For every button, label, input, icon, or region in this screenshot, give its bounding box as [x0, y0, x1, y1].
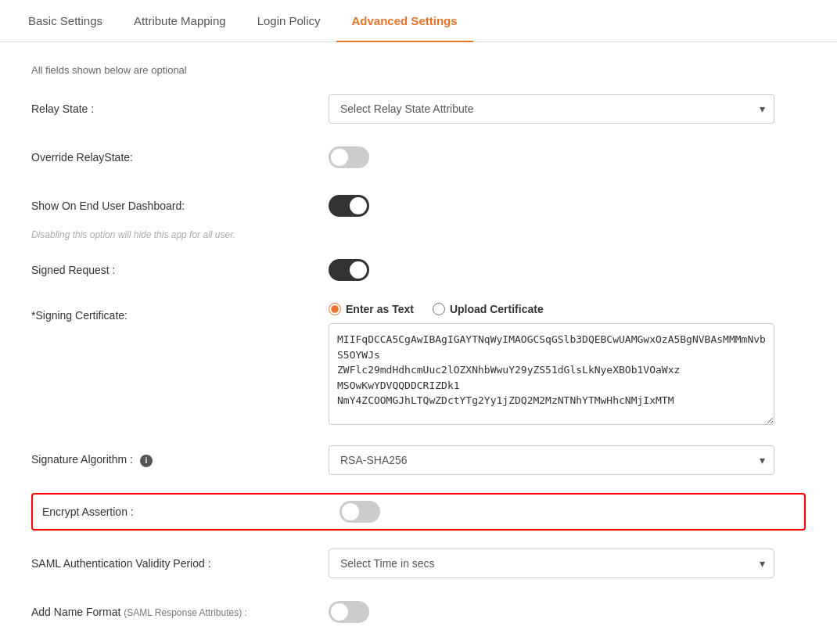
signature-algorithm-select[interactable]: RSA-SHA256RSA-SHA1RSA-SHA384RSA-SHA512: [329, 445, 774, 475]
show-dashboard-control: [329, 195, 806, 217]
saml-validity-label: SAML Authentication Validity Period :: [31, 557, 329, 570]
relay-state-select[interactable]: Select Relay State Attribute: [329, 94, 774, 124]
relay-state-row: Relay State : Select Relay State Attribu…: [31, 93, 806, 124]
signature-algorithm-row: Signature Algorithm : i RSA-SHA256RSA-SH…: [31, 444, 806, 476]
tab-basic-settings[interactable]: Basic Settings: [13, 0, 118, 41]
add-name-format-row: Add Name Format (SAML Response Attribute…: [31, 596, 806, 628]
override-relay-state-label: Override RelayState:: [31, 151, 329, 164]
encrypt-assertion-control: [339, 501, 795, 523]
saml-validity-select[interactable]: Select Time in secs: [329, 549, 774, 578]
advanced-settings-content: All fields shown below are optional Rela…: [0, 42, 837, 644]
radio-upload-cert-input[interactable]: [433, 303, 445, 315]
encrypt-assertion-toggle[interactable]: [339, 501, 380, 523]
relay-state-label: Relay State :: [31, 103, 329, 115]
signed-request-control: [329, 259, 806, 281]
signing-cert-label: *Signing Certificate:: [31, 303, 329, 322]
signed-request-row: Signed Request :: [31, 254, 806, 286]
saml-validity-control: Select Time in secs: [329, 549, 806, 578]
saml-validity-row: SAML Authentication Validity Period : Se…: [31, 548, 806, 579]
signing-cert-radio-group: Enter as Text Upload Certificate: [329, 303, 806, 315]
radio-enter-text-label: Enter as Text: [346, 303, 414, 315]
add-name-format-toggle[interactable]: [329, 601, 369, 623]
add-name-format-control: [329, 601, 806, 623]
signature-algorithm-select-wrapper: RSA-SHA256RSA-SHA1RSA-SHA384RSA-SHA512: [329, 445, 774, 475]
signed-request-toggle[interactable]: [329, 259, 369, 281]
override-relay-state-toggle[interactable]: [329, 146, 369, 168]
tab-advanced-settings[interactable]: Advanced Settings: [336, 0, 473, 41]
dashboard-hint: Disabling this option will hide this app…: [31, 229, 806, 240]
radio-upload-cert-label: Upload Certificate: [450, 303, 544, 315]
signing-cert-control: Enter as Text Upload Certificate: [329, 303, 806, 427]
show-dashboard-label: Show On End User Dashboard:: [31, 200, 329, 212]
show-dashboard-toggle[interactable]: [329, 195, 369, 217]
override-relay-state-control: [329, 146, 806, 168]
radio-enter-text-input[interactable]: [329, 303, 341, 315]
tab-attribute-mapping[interactable]: Attribute Mapping: [118, 0, 242, 41]
add-name-format-label: Add Name Format (SAML Response Attribute…: [31, 606, 329, 618]
optional-note: All fields shown below are optional: [31, 64, 806, 76]
tab-bar: Basic Settings Attribute Mapping Login P…: [0, 0, 837, 42]
cert-textarea[interactable]: [329, 323, 774, 425]
signature-algorithm-info-icon[interactable]: i: [140, 455, 153, 467]
signing-cert-row: *Signing Certificate: Enter as Text Uplo…: [31, 303, 806, 427]
radio-enter-text[interactable]: Enter as Text: [329, 303, 414, 315]
signature-algorithm-control: RSA-SHA256RSA-SHA1RSA-SHA384RSA-SHA512: [329, 445, 806, 475]
signature-algorithm-label: Signature Algorithm : i: [31, 453, 329, 467]
signed-request-label: Signed Request :: [31, 264, 329, 276]
encrypt-assertion-row: Encrypt Assertion :: [31, 493, 806, 531]
override-relay-state-row: Override RelayState:: [31, 142, 806, 173]
tab-login-policy[interactable]: Login Policy: [242, 0, 336, 41]
relay-state-control: Select Relay State Attribute: [329, 94, 806, 124]
radio-upload-cert[interactable]: Upload Certificate: [433, 303, 544, 315]
encrypt-assertion-label: Encrypt Assertion :: [42, 505, 339, 518]
saml-validity-select-wrapper: Select Time in secs: [329, 549, 774, 578]
show-dashboard-row: Show On End User Dashboard:: [31, 190, 806, 221]
relay-state-select-wrapper: Select Relay State Attribute: [329, 94, 774, 124]
